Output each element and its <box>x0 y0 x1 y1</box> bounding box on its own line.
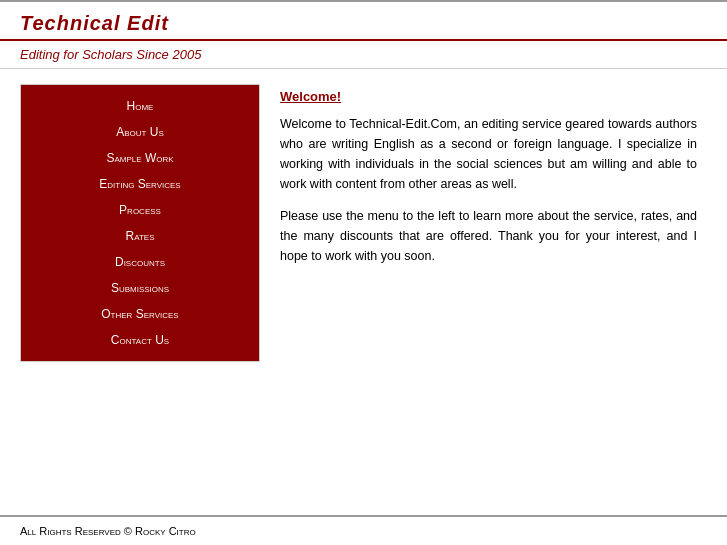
nav-link-rates[interactable]: Rates <box>31 229 249 243</box>
nav-link-sample-work[interactable]: Sample Work <box>31 151 249 165</box>
nav-link-home[interactable]: Home <box>31 99 249 113</box>
nav-item-rates[interactable]: Rates <box>21 223 259 249</box>
nav-item-process[interactable]: Process <box>21 197 259 223</box>
nav-menu: Home About Us Sample Work Editing Servic… <box>21 85 259 361</box>
nav-link-about-us[interactable]: About Us <box>31 125 249 139</box>
nav-link-discounts[interactable]: Discounts <box>31 255 249 269</box>
nav-item-editing-services[interactable]: Editing Services <box>21 171 259 197</box>
site-header: Technical Edit <box>0 2 727 41</box>
page-wrapper: Technical Edit Editing for Scholars Sinc… <box>0 0 727 545</box>
nav-link-contact-us[interactable]: Contact Us <box>31 333 249 347</box>
nav-link-process[interactable]: Process <box>31 203 249 217</box>
nav-item-sample-work[interactable]: Sample Work <box>21 145 259 171</box>
nav-item-contact-us[interactable]: Contact Us <box>21 327 259 353</box>
nav-item-other-services[interactable]: Other Services <box>21 301 259 327</box>
nav-link-submissions[interactable]: Submissions <box>31 281 249 295</box>
welcome-heading: Welcome! <box>280 89 697 104</box>
welcome-paragraph-1: Welcome to Technical-Edit.Com, an editin… <box>280 114 697 194</box>
tagline-bar: Editing for Scholars Since 2005 <box>0 41 727 69</box>
content-area: Welcome! Welcome to Technical-Edit.Com, … <box>270 84 707 362</box>
nav-item-home[interactable]: Home <box>21 93 259 119</box>
footer: All Rights Reserved © Rocky Citro <box>0 515 727 545</box>
welcome-paragraph-2: Please use the menu to the left to learn… <box>280 206 697 266</box>
nav-link-editing-services[interactable]: Editing Services <box>31 177 249 191</box>
main-layout: Home About Us Sample Work Editing Servic… <box>0 69 727 377</box>
left-panel: Home About Us Sample Work Editing Servic… <box>20 84 260 362</box>
nav-link-other-services[interactable]: Other Services <box>31 307 249 321</box>
bottom-spacer <box>0 377 727 417</box>
tagline: Editing for Scholars Since 2005 <box>20 47 201 62</box>
footer-copyright: All Rights Reserved © Rocky Citro <box>20 525 196 537</box>
nav-item-about-us[interactable]: About Us <box>21 119 259 145</box>
nav-item-submissions[interactable]: Submissions <box>21 275 259 301</box>
nav-item-discounts[interactable]: Discounts <box>21 249 259 275</box>
site-title: Technical Edit <box>20 12 169 34</box>
